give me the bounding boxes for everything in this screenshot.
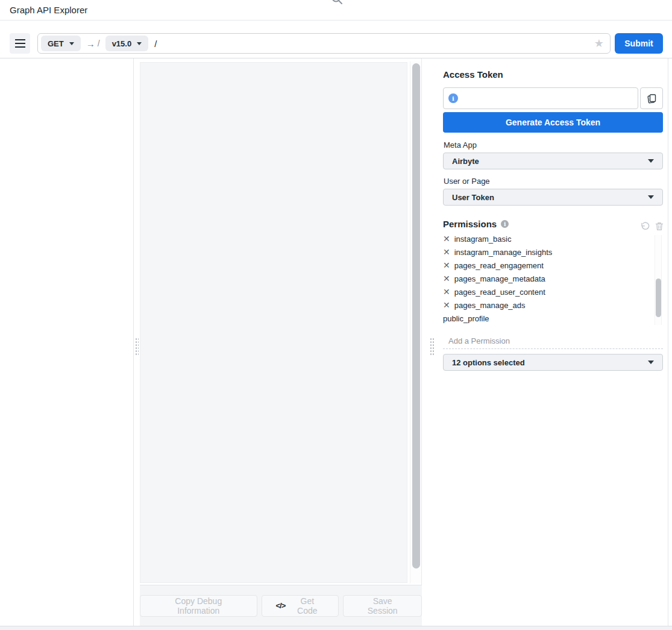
version-dropdown[interactable]: v15.0 [105,36,149,51]
options-selected-summary: 12 options selected [452,358,525,367]
version-dropdown-label: v15.0 [112,39,132,48]
generate-access-token-button[interactable]: Generate Access Token [443,112,663,133]
favorite-star-icon[interactable]: ★ [594,38,604,49]
access-token-panel: Access Token i Generate Access Token Met… [437,58,672,626]
clear-permissions-button[interactable] [655,222,664,231]
fields-panel [0,58,134,626]
chevron-down-icon [69,42,74,45]
get-code-button[interactable]: </> Get Code [262,595,339,617]
remove-permission-icon[interactable]: ✕ [443,301,450,309]
copy-token-button[interactable] [640,87,663,109]
response-viewer [140,62,407,583]
trash-icon [655,222,664,231]
panel-edge-divider [668,58,668,626]
permission-item: ✕pages_manage_ads [443,298,654,312]
path-root-slash: / [154,39,157,49]
permissions-list: ✕instagram_basic✕instagram_manage_insigh… [443,235,654,326]
permissions-actions [640,222,664,231]
permission-label: instagram_manage_insights [454,248,553,257]
access-token-heading: Access Token [443,69,503,80]
permission-item: ✕pages_read_user_content [443,285,654,298]
method-dropdown[interactable]: GET [41,36,81,51]
bottom-strip [0,626,672,630]
chevron-down-icon [648,195,654,199]
chevron-down-icon [137,42,142,45]
save-session-label: Save Session [357,596,407,616]
remove-permission-icon[interactable]: ✕ [443,248,450,256]
save-session-button[interactable]: Save Session [343,595,422,617]
info-icon[interactable]: i [448,93,458,103]
permission-item: ✕pages_manage_metadata [443,272,654,285]
undo-icon [640,222,650,231]
response-scrollbar-thumb[interactable] [412,63,420,569]
user-or-page-select[interactable]: User Token [443,189,663,206]
copy-debug-label: Copy Debug Information [154,596,243,616]
permission-label: pages_read_engagement [454,261,544,270]
permission-item: ✕instagram_manage_insights [443,245,654,259]
add-permission-wrap [443,333,663,349]
permission-label: instagram_basic [454,235,512,244]
path-slash: / [98,39,100,48]
access-token-input[interactable] [462,88,638,109]
meta-app-label: Meta App [444,140,477,150]
search-icon[interactable] [331,0,343,7]
remove-permission-icon[interactable]: ✕ [443,288,450,296]
remove-permission-icon[interactable]: ✕ [443,261,450,269]
request-bar: GET → / v15.0 / ★ [37,33,611,54]
app-header: Graph API Explorer [0,0,672,20]
response-panel: Copy Debug Information </> Get Code Save… [139,58,422,626]
code-icon: </> [276,601,286,610]
permission-label: pages_read_user_content [454,288,545,297]
permission-item: ✕pages_read_engagement [443,259,654,272]
info-icon[interactable]: i [501,220,509,228]
permissions-scrollbar-thumb[interactable] [656,279,661,317]
path-input[interactable] [162,34,593,53]
remove-permission-icon[interactable]: ✕ [443,274,450,283]
meta-app-selected: Airbyte [452,157,479,166]
permissions-header: Permissions i [443,219,509,229]
user-or-page-selected: User Token [452,193,494,202]
remove-permission-icon[interactable]: ✕ [443,235,450,243]
debug-bar: Copy Debug Information </> Get Code Save… [140,585,422,626]
request-toolbar: GET → / v15.0 / ★ Submit [0,20,672,58]
arrow-right-icon: → [86,39,95,49]
chevron-down-icon [648,159,654,163]
meta-app-select[interactable]: Airbyte [443,153,663,169]
method-dropdown-label: GET [48,39,64,48]
permission-item: public_profile [443,312,654,325]
get-code-label: Get Code [290,596,324,616]
token-row: i [443,87,663,109]
right-panel-resize-handle[interactable] [429,337,434,356]
permission-label: pages_manage_ads [454,301,526,310]
add-permission-input[interactable] [443,336,663,345]
submit-button[interactable]: Submit [615,33,663,54]
copy-icon [646,93,657,104]
menu-button[interactable] [10,33,30,54]
permission-item: ✕instagram_basic [443,235,654,245]
permission-options-select[interactable]: 12 options selected [443,354,663,371]
undo-button[interactable] [640,222,650,231]
chevron-down-icon [648,361,654,364]
permissions-heading: Permissions [443,219,497,229]
permission-label: pages_manage_metadata [454,274,545,283]
permission-label: public_profile [443,314,489,323]
access-token-field-wrap: i [443,87,638,109]
copy-debug-information-button[interactable]: Copy Debug Information [140,595,257,617]
user-or-page-label: User or Page [444,177,490,186]
page-title: Graph API Explorer [10,0,87,20]
